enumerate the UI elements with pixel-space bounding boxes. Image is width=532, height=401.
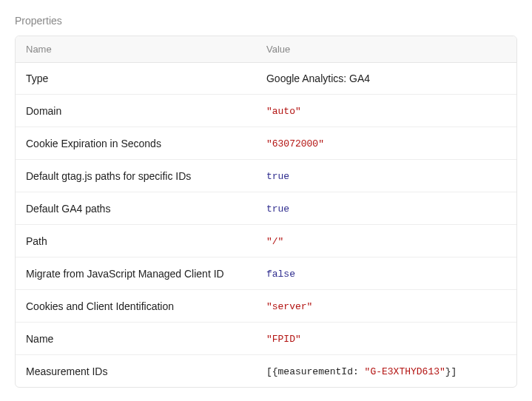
table-header: Name Value <box>16 36 516 63</box>
value-part: true <box>266 171 289 182</box>
property-name: Name <box>16 323 256 354</box>
property-name: Default GA4 paths <box>16 193 256 224</box>
property-name: Cookie Expiration in Seconds <box>16 128 256 159</box>
property-value: "auto" <box>256 95 516 127</box>
value-part: "FPID" <box>266 334 301 345</box>
table-row: Migrate from JavaScript Managed Client I… <box>16 257 516 290</box>
property-name: Type <box>16 63 256 94</box>
table-row: Default GA4 pathstrue <box>16 192 516 225</box>
property-value: "/" <box>256 225 516 257</box>
property-name: Path <box>16 226 256 257</box>
properties-table: Name Value TypeGoogle Analytics: GA4Doma… <box>15 36 517 388</box>
property-name: Cookies and Client Identification <box>16 291 256 322</box>
property-value: "server" <box>256 290 516 322</box>
table-row: Measurement IDs[{measurementId: "G-E3XTH… <box>16 355 516 387</box>
table-row: Cookie Expiration in Seconds"63072000" <box>16 127 516 160</box>
value-part: }] <box>445 366 457 377</box>
property-value: "FPID" <box>256 323 516 354</box>
property-name: Measurement IDs <box>16 356 256 387</box>
section-title: Properties <box>15 15 517 27</box>
table-row: Default gtag.js paths for specific IDstr… <box>16 160 516 192</box>
value-part: false <box>266 269 295 280</box>
value-part: "server" <box>266 301 312 312</box>
value-part: "auto" <box>266 106 301 117</box>
property-value: true <box>256 192 516 224</box>
property-value: false <box>256 257 516 289</box>
value-part: [{measurementId: <box>266 366 365 377</box>
property-value: "63072000" <box>256 127 516 159</box>
header-value: Value <box>256 36 516 62</box>
table-row: Path"/" <box>16 225 516 257</box>
property-value: true <box>256 160 516 192</box>
table-row: TypeGoogle Analytics: GA4 <box>16 63 516 95</box>
table-row: Cookies and Client Identification"server… <box>16 290 516 323</box>
table-row: Domain"auto" <box>16 95 516 127</box>
value-part: Google Analytics: GA4 <box>266 73 370 84</box>
value-part: "/" <box>266 236 283 247</box>
value-part: true <box>266 203 289 215</box>
property-name: Migrate from JavaScript Managed Client I… <box>16 258 256 289</box>
value-part: "63072000" <box>266 138 324 149</box>
header-name: Name <box>16 36 256 62</box>
property-name: Default gtag.js paths for specific IDs <box>16 161 256 192</box>
property-name: Domain <box>16 95 256 127</box>
property-value: Google Analytics: GA4 <box>256 63 516 94</box>
value-part: "G-E3XTHYD613" <box>365 366 445 377</box>
property-value: [{measurementId: "G-E3XTHYD613"}] <box>256 355 516 387</box>
table-row: Name"FPID" <box>16 323 516 355</box>
